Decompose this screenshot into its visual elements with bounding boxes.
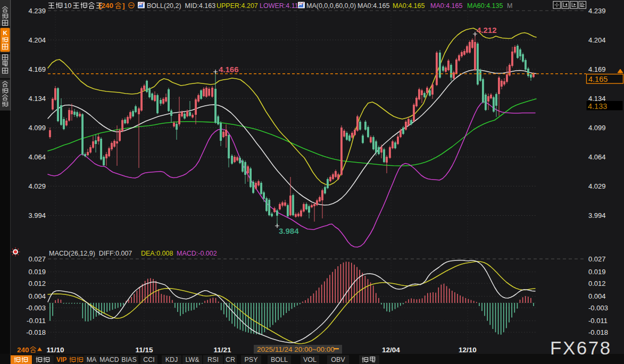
svg-text:11/21: 11/21 [213,346,231,354]
svg-text:11/15: 11/15 [135,346,153,354]
svg-text:4.165: 4.165 [588,75,608,83]
svg-text:4.134: 4.134 [588,95,606,103]
svg-text:-0.003: -0.003 [26,304,46,312]
svg-text:PSY: PSY [244,356,258,363]
svg-text:0.027: 0.027 [28,255,46,263]
svg-text:12/04: 12/04 [382,346,400,354]
svg-text:4.029: 4.029 [588,182,606,190]
svg-text:RSI: RSI [207,356,219,363]
svg-text:4.134: 4.134 [28,95,46,103]
svg-text:MA0:4.165: MA0:4.165 [430,2,463,10]
svg-text:LW&: LW& [185,356,199,363]
svg-text:4.204: 4.204 [588,36,606,44]
svg-text:0.019: 0.019 [588,268,606,276]
svg-text:4.133: 4.133 [588,102,607,111]
svg-text:4.064: 4.064 [588,153,606,161]
svg-text:K: K [3,30,8,36]
svg-text:DEA:0.008: DEA:0.008 [141,250,173,257]
svg-text:VOL: VOL [303,356,317,363]
svg-text:MA60:4.135: MA60:4.135 [467,2,503,10]
svg-text:4.204: 4.204 [28,36,46,44]
svg-text:12/10: 12/10 [459,346,477,354]
svg-text:MA0:4.165: MA0:4.165 [393,2,425,10]
svg-text:CCI: CCI [143,356,155,363]
svg-text:KDJ: KDJ [165,356,178,363]
svg-text:4.064: 4.064 [28,153,46,161]
svg-text:0.012: 0.012 [28,280,46,287]
svg-text:BOLL: BOLL [271,356,288,363]
svg-text:FX678: FX678 [550,337,612,358]
svg-text:0.004: 0.004 [28,292,46,300]
svg-text:4.239: 4.239 [28,7,46,15]
svg-text:0.012: 0.012 [588,280,606,287]
svg-text:-0.018: -0.018 [588,328,608,336]
svg-text:4.239: 4.239 [588,7,606,15]
svg-text:LOWER:4.119: LOWER:4.119 [260,2,302,10]
svg-text:4.169: 4.169 [588,65,606,73]
svg-text:0.027: 0.027 [588,255,606,263]
svg-text:3.994: 3.994 [28,211,46,219]
svg-text:4.099: 4.099 [28,124,46,132]
svg-text:4.099: 4.099 [588,124,606,132]
svg-text:4.166: 4.166 [219,65,239,74]
svg-text:MACD(26,12,9) DIFF:0.007: MACD(26,12,9) DIFF:0.007 [49,250,132,257]
svg-text:]: ] [122,2,125,10]
svg-text:4.212: 4.212 [477,26,497,35]
svg-text:-0.011: -0.011 [588,317,608,325]
svg-text:MACD: MACD [99,356,119,363]
svg-text:BIAS: BIAS [121,356,137,363]
svg-text:3.994: 3.994 [588,211,606,219]
svg-text:-0.011: -0.011 [27,317,46,325]
svg-text:UPPER:4.207: UPPER:4.207 [217,2,258,10]
svg-text:10: 10 [64,2,71,10]
svg-text:BOLL(20,2) MID:4.163: BOLL(20,2) MID:4.163 [147,2,215,10]
svg-text:MACD:-0.002: MACD:-0.002 [177,250,217,257]
svg-text:MA: MA [87,356,97,363]
svg-text:2025/11/24 20:00~00:00: 2025/11/24 20:00~00:00 [257,345,335,353]
svg-text:-0.003: -0.003 [588,304,608,312]
svg-text:[240: [240 [99,2,113,10]
svg-text:M: M [507,2,512,10]
svg-text:0.019: 0.019 [28,268,46,276]
svg-text:OBV: OBV [331,356,345,363]
svg-text:240: 240 [17,346,29,354]
svg-text:MA0:4.165: MA0:4.165 [357,2,390,10]
svg-text:4.169: 4.169 [28,65,46,73]
svg-text:4.029: 4.029 [28,182,46,190]
svg-text:0.004: 0.004 [588,292,606,300]
svg-text:3.984: 3.984 [279,226,299,235]
svg-text:-0.018: -0.018 [26,328,46,336]
svg-text:CR: CR [226,356,235,363]
svg-text:VIP: VIP [56,356,66,363]
svg-text:MA(0,0,0,60,0,0): MA(0,0,0,60,0,0) [306,2,356,10]
svg-text:11/10: 11/10 [46,346,64,354]
